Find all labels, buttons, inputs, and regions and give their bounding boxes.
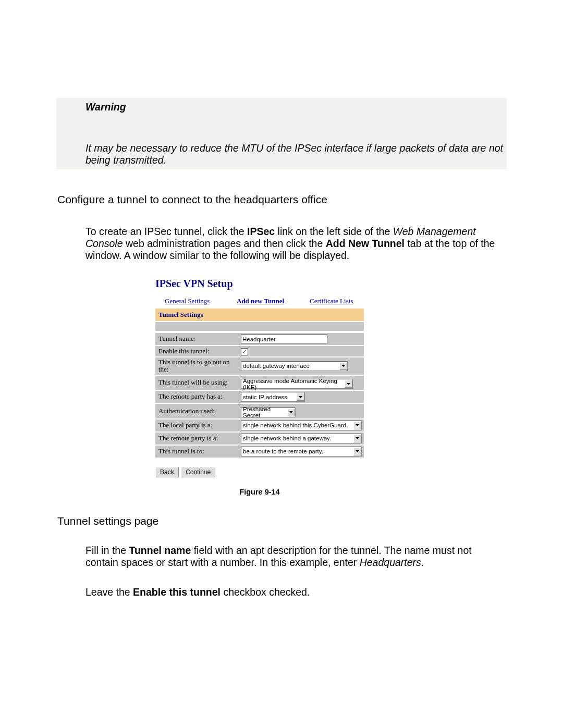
label-local-party: The local party is a: <box>155 419 238 431</box>
text: link on the left side of the <box>275 226 393 237</box>
tunnel-to-select[interactable]: be a route to the remote party. <box>241 447 362 456</box>
tab-certificate-lists[interactable]: Certificate Lists <box>310 297 353 305</box>
back-button[interactable]: Back <box>155 467 179 477</box>
chevron-down-icon <box>353 435 361 442</box>
ipsec-setup-figure: IPSec VPN Setup General Settings Add new… <box>155 278 364 496</box>
text: . <box>421 557 424 568</box>
tab-bar: General Settings Add new Tunnel Certific… <box>155 297 364 305</box>
paragraph-create-tunnel: To create an IPSec tunnel, click the IPS… <box>85 226 507 262</box>
tunnel-settings-form: Tunnel name: Enable this tunnel: ✓ This … <box>155 332 364 459</box>
ipsec-setup-title: IPSec VPN Setup <box>155 278 364 290</box>
select-value: static IP address <box>243 394 295 400</box>
chevron-down-icon <box>353 422 361 429</box>
button-row: Back Continue <box>155 467 364 477</box>
warning-box: Warning It may be necessary to reduce th… <box>56 98 507 169</box>
text: web administration pages and then click … <box>123 238 326 249</box>
chevron-down-icon <box>339 362 347 370</box>
chevron-down-icon <box>297 393 304 401</box>
cell: single network behind a gateway. <box>238 433 364 445</box>
cell: default gateway interface <box>238 357 364 375</box>
select-value: single network behind a gateway. <box>243 435 352 441</box>
text: To create an IPSec tunnel, click the <box>85 226 247 237</box>
cell: Aggressive mode Automatic Keying (IKE) <box>238 376 364 390</box>
select-value: default gateway interface <box>243 363 338 369</box>
bold-enable: Enable this tunnel <box>133 586 221 598</box>
chevron-down-icon <box>345 380 352 388</box>
label-auth-used: Authentication used: <box>155 404 238 418</box>
spacer-row <box>155 322 364 331</box>
using-select[interactable]: Aggressive mode Automatic Keying (IKE) <box>241 379 353 389</box>
label-go-out-on: This tunnel is to go out on the: <box>155 357 238 375</box>
select-value: Preshared Secret <box>243 406 286 418</box>
tab-add-new-tunnel[interactable]: Add new Tunnel <box>237 297 310 305</box>
text: checkbox checked. <box>221 586 310 598</box>
tab-general-settings[interactable]: General Settings <box>165 297 237 305</box>
bold-ipsec: IPSec <box>247 226 275 237</box>
cell: single network behind this CyberGuard. <box>238 419 364 431</box>
tunnel-settings-header: Tunnel Settings <box>155 309 364 321</box>
label-tunnel-is-to: This tunnel is to: <box>155 446 238 458</box>
select-value: Aggressive mode Automatic Keying (IKE) <box>243 378 343 390</box>
bold-tunnel-name: Tunnel name <box>129 545 191 556</box>
remote-has-select[interactable]: static IP address <box>241 392 305 402</box>
text: Leave the <box>85 586 133 598</box>
cell <box>238 333 364 345</box>
go-out-on-select[interactable]: default gateway interface <box>241 361 348 371</box>
paragraph-leave-enable: Leave the Enable this tunnel checkbox ch… <box>85 586 507 598</box>
section-heading-tunnel-settings: Tunnel settings page <box>57 515 507 527</box>
italic-headquarters: Headquarters <box>360 557 421 568</box>
section-heading-configure: Configure a tunnel to connect to the hea… <box>57 193 507 206</box>
auth-select[interactable]: Preshared Secret <box>241 408 296 417</box>
local-party-select[interactable]: single network behind this CyberGuard. <box>241 421 362 430</box>
remote-party-select[interactable]: single network behind a gateway. <box>241 434 362 443</box>
continue-button[interactable]: Continue <box>181 467 215 477</box>
label-will-be-using: This tunnel will be using: <box>155 376 238 390</box>
select-value: be a route to the remote party. <box>243 448 352 454</box>
chevron-down-icon <box>287 409 295 416</box>
figure-caption: Figure 9-14 <box>155 488 364 496</box>
bold-add-tunnel: Add New Tunnel <box>326 238 405 249</box>
paragraph-fill-in: Fill in the Tunnel name field with an ap… <box>85 545 507 569</box>
cell: be a route to the remote party. <box>238 446 364 458</box>
cell: Preshared Secret <box>238 404 364 418</box>
chevron-down-icon <box>353 448 361 455</box>
label-enable-tunnel: Enable this tunnel: <box>155 346 238 356</box>
warning-title: Warning <box>85 101 507 113</box>
label-remote-has: The remote party has a: <box>155 391 238 403</box>
text: Fill in the <box>85 545 129 556</box>
tunnel-name-input[interactable] <box>241 334 327 344</box>
label-tunnel-name: Tunnel name: <box>155 333 238 345</box>
select-value: single network behind this CyberGuard. <box>243 422 352 428</box>
label-remote-party: The remote party is a: <box>155 433 238 445</box>
cell: static IP address <box>238 391 364 403</box>
warning-body: It may be necessary to reduce the MTU of… <box>85 142 507 166</box>
enable-tunnel-checkbox[interactable]: ✓ <box>241 348 248 355</box>
cell: ✓ <box>238 346 364 356</box>
